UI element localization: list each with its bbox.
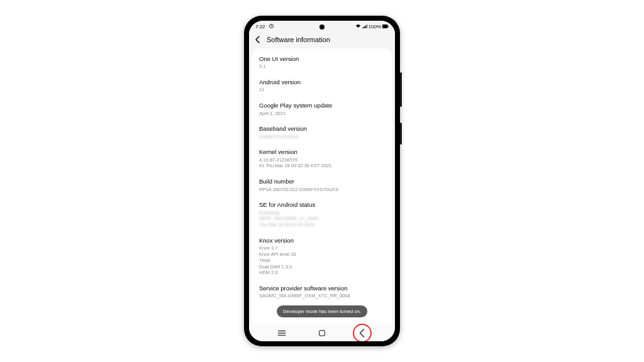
item-value: 4.19.87-21236579 #1 Thu Mar 18 09:32:36 … — [259, 157, 385, 170]
item-title: Service provider software version — [259, 285, 385, 292]
item-build-number[interactable]: Build number RP1A.200720.012.G985FXXS7DU… — [252, 173, 392, 197]
item-title: Baseband version — [259, 125, 385, 133]
wifi-icon — [355, 24, 361, 30]
back-button[interactable] — [354, 325, 370, 341]
item-title: Android version — [259, 79, 385, 86]
item-value: G985FXXU7DUC9 — [259, 134, 385, 140]
item-value: RP1A.200720.012.G985FXXS7DUC9 — [259, 187, 385, 193]
battery-icon — [382, 25, 389, 28]
battery-percent: 100% — [369, 24, 381, 30]
toast-text: Developer mode has been turned on. — [283, 309, 361, 314]
item-knox-version[interactable]: Knox version Knox 3.7 Knox API level 33 … — [252, 233, 392, 280]
toast-message: Developer mode has been turned on. — [277, 305, 367, 317]
power-button — [400, 123, 402, 145]
page-title: Software information — [267, 36, 330, 43]
recents-button[interactable] — [274, 325, 290, 341]
settings-list: One UI version 3.1 Android version 11 Go… — [252, 48, 392, 306]
item-value: Knox 3.7 Knox API level 33 TIMA Dual DAR… — [259, 245, 385, 276]
item-title: SE for Android status — [259, 201, 385, 209]
item-service-provider-version[interactable]: Service provider software version SAOMC_… — [252, 280, 392, 304]
svg-rect-4 — [387, 26, 388, 28]
item-value: Enforcing SEPF_SM-G985F_11_0009 Thu Mar … — [259, 210, 385, 228]
item-play-system-update[interactable]: Google Play system update April 1, 2021 — [252, 97, 392, 121]
svg-rect-8 — [319, 331, 325, 336]
content-area[interactable]: One UI version 3.1 Android version 11 Go… — [252, 48, 392, 325]
item-title: Google Play system update — [259, 102, 385, 109]
item-value: SAOMC_SM-G985F_OXM_XTC_RR_0008 — [259, 293, 385, 299]
item-title: Knox version — [259, 237, 385, 244]
item-value: April 1, 2021 — [259, 111, 385, 117]
navigation-bar — [249, 325, 395, 341]
back-icon[interactable] — [254, 36, 262, 43]
item-android-version[interactable]: Android version 11 — [252, 74, 392, 97]
item-one-ui-version[interactable]: One UI version 3.1 — [252, 51, 392, 74]
item-kernel-version[interactable]: Kernel version 4.19.87-21236579 #1 Thu M… — [252, 144, 392, 173]
item-title: Build number — [259, 178, 385, 185]
signal-icon — [362, 24, 367, 30]
home-button[interactable] — [314, 325, 330, 341]
page-header: Software information — [249, 32, 395, 48]
camera-cutout — [319, 25, 325, 30]
item-baseband-version[interactable]: Baseband version G985FXXU7DUC9 — [252, 121, 392, 144]
item-value: 11 — [259, 87, 385, 93]
status-time: 7:22 — [255, 24, 265, 30]
item-title: Kernel version — [259, 148, 385, 156]
volume-button — [400, 72, 402, 107]
item-title: One UI version — [259, 55, 385, 63]
item-value: 3.1 — [259, 63, 385, 70]
item-se-android-status[interactable]: SE for Android status Enforcing SEPF_SM-… — [252, 197, 392, 233]
battery-saver-icon — [269, 24, 274, 30]
svg-rect-2 — [271, 25, 272, 26]
screen: 7:22 100% — [249, 21, 395, 341]
highlight-ring — [353, 324, 372, 341]
phone-frame: 7:22 100% — [244, 16, 400, 346]
svg-rect-3 — [382, 25, 387, 28]
